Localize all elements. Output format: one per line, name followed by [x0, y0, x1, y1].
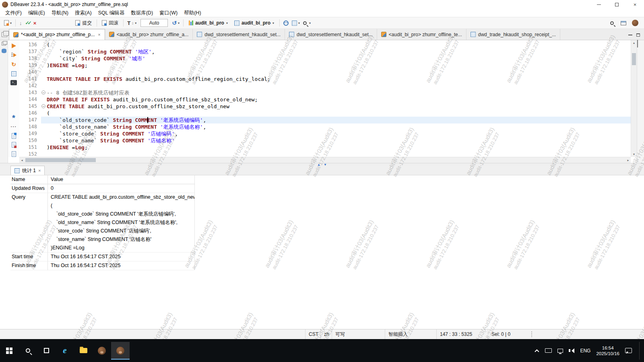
- dbeaver-taskbar-button[interactable]: [93, 342, 111, 360]
- fold-marker-icon[interactable]: −: [41, 90, 45, 95]
- taskbar-clock[interactable]: 16:54 2025/10/16: [596, 345, 619, 356]
- taskbar-search-button[interactable]: [19, 342, 37, 360]
- execute-statement-icon[interactable]: [10, 43, 17, 49]
- editor-line[interactable]: 146(: [19, 110, 631, 117]
- status-language[interactable]: zh: [320, 329, 332, 339]
- stats-header-cell[interactable]: Value: [48, 175, 195, 184]
- status-write-mode[interactable]: 可写: [332, 329, 385, 339]
- script-doc2-icon[interactable]: [10, 151, 17, 157]
- database-navigator-icon[interactable]: [2, 49, 6, 53]
- editor-line[interactable]: 152: [19, 151, 631, 157]
- new-sql-editor-button[interactable]: ▾: [2, 19, 13, 27]
- menu-item[interactable]: 导航(N): [49, 9, 71, 17]
- search-button[interactable]: [609, 20, 617, 26]
- panel-splitter[interactable]: ▲▼: [0, 163, 644, 166]
- schema-select[interactable]: audit_bi_pro▾: [231, 19, 277, 27]
- commit-button[interactable]: 提交: [72, 19, 95, 28]
- perspective-button[interactable]: [619, 20, 628, 27]
- result-grid-icon[interactable]: [10, 71, 17, 77]
- grid-presentation-button[interactable]: ▾: [290, 19, 301, 27]
- horizontal-scrollbar[interactable]: ◂ ▸: [19, 157, 631, 163]
- globe-button[interactable]: [282, 19, 290, 27]
- maximize-panel-icon[interactable]: [636, 33, 640, 37]
- settings-gear-icon[interactable]: *: [10, 115, 17, 121]
- more-options-icon[interactable]: ···: [10, 124, 17, 130]
- stats-header-cell[interactable]: Name: [10, 175, 48, 184]
- horizontal-scroll-thumb[interactable]: [25, 158, 96, 162]
- restore-editor-icon[interactable]: [2, 32, 7, 37]
- maximize-button[interactable]: [608, 0, 626, 9]
- scroll-left-icon[interactable]: ◂: [19, 157, 25, 163]
- dbeaver-button[interactable]: [630, 19, 640, 27]
- stats-row[interactable]: Finish timeThu Oct 16 16:54:17 CST 2025: [10, 261, 644, 270]
- editor-line[interactable]: 137 `region` String COMMENT '地区',: [19, 48, 631, 55]
- status-caret-position[interactable]: 147 : 33 : 5325: [436, 329, 488, 339]
- editor-tab[interactable]: <audit_bi_pro> zhumr_offline_a...: [105, 29, 193, 40]
- restore-panel-icon[interactable]: [2, 42, 6, 45]
- editor-line[interactable]: 147 `old_store_code` String COMMENT '老系统…: [19, 117, 631, 123]
- ie-button[interactable]: e: [56, 342, 74, 360]
- status-timezone[interactable]: CST: [305, 329, 320, 339]
- editor-line[interactable]: 141TRUNCATE TABLE IF EXISTS audit_bi_pro…: [19, 76, 631, 82]
- editor-line[interactable]: 143−-- 8 创建SBZ新老系统店铺对应表: [19, 89, 631, 96]
- commit-icon[interactable]: ✓✓: [24, 19, 32, 27]
- explain-plan-icon[interactable]: ↻: [10, 61, 17, 68]
- vertical-scroll-thumb[interactable]: [632, 53, 636, 65]
- tray-expand-icon[interactable]: [535, 349, 539, 354]
- stats-tab[interactable]: 统计 1 ×: [10, 166, 45, 175]
- minimize-panel-icon[interactable]: [628, 35, 632, 35]
- quick-search-button[interactable]: ▾: [301, 20, 312, 26]
- stats-row[interactable]: QueryCREATE TABLE audit_bi_pro.custom_of…: [10, 193, 644, 253]
- minimize-button[interactable]: [590, 0, 608, 9]
- close-button[interactable]: ×: [626, 0, 644, 9]
- editor-line[interactable]: 142: [19, 82, 631, 89]
- terminal-icon[interactable]: >_: [10, 80, 17, 86]
- editor-line[interactable]: 151)ENGINE =Log;: [19, 144, 631, 151]
- stats-row[interactable]: Updated Rows0: [10, 184, 644, 193]
- execute-script-icon[interactable]: [10, 52, 17, 58]
- task-view-button[interactable]: [37, 342, 56, 360]
- fold-marker-icon[interactable]: −: [41, 104, 45, 108]
- commit-mode-select[interactable]: Auto: [140, 19, 168, 27]
- menu-item[interactable]: 文件(F): [2, 9, 25, 17]
- menu-item[interactable]: 帮助(H): [181, 9, 204, 17]
- vertical-scrollbar[interactable]: ▴ ▾: [631, 40, 637, 157]
- editor-line[interactable]: 138 `city` String COMMENT '城市': [19, 55, 631, 62]
- fetch-page-icon[interactable]: ↓: [18, 19, 24, 27]
- notification-center-icon[interactable]: [625, 348, 632, 353]
- database-select[interactable]: audit_bi_pro▾: [186, 19, 231, 27]
- menu-item[interactable]: 数据库(D): [128, 9, 156, 17]
- editor-tab[interactable]: *<audit_bi_pro> zhumr_offline_p...×: [9, 29, 105, 40]
- editor-tab[interactable]: dwd_trade_hkaudit_shop_receipt_...: [466, 29, 560, 40]
- auto-refresh-button[interactable]: ↺▾: [170, 19, 181, 27]
- editor-line[interactable]: 140: [19, 69, 631, 76]
- editor-line[interactable]: 136(: [19, 41, 631, 48]
- volume-icon[interactable]: [569, 348, 574, 353]
- input-language-button[interactable]: ENG: [580, 348, 590, 354]
- resize-grip[interactable]: [531, 331, 535, 337]
- status-insert-mode[interactable]: 智能插入: [385, 329, 436, 339]
- scroll-up-icon[interactable]: ▴: [631, 40, 637, 45]
- restore-view-icon[interactable]: [637, 40, 638, 47]
- font-size-button[interactable]: T↕▾: [126, 19, 138, 27]
- show-desktop-button[interactable]: [639, 342, 642, 360]
- close-icon[interactable]: ×: [38, 168, 41, 173]
- editor-line[interactable]: 148 `old_store_name` String COMMENT '老系统…: [19, 123, 631, 130]
- editor-line[interactable]: 144DROP TABLE IF EXISTS audit_bi_pro.cus…: [19, 96, 631, 103]
- rollback-button[interactable]: 回滚: [99, 19, 121, 28]
- editor-tab[interactable]: dwd_storesettlement_hkaudit_set...: [285, 29, 377, 40]
- start-button[interactable]: [0, 342, 19, 360]
- scroll-down-icon[interactable]: ▾: [631, 152, 637, 157]
- menu-item[interactable]: SQL 编辑器: [95, 9, 128, 17]
- editor-tab[interactable]: dwd_storesettlement_hkaudit_set...: [193, 29, 285, 40]
- editor-line[interactable]: 139)ENGINE =Log;: [19, 62, 631, 69]
- editor-lines[interactable]: 136(137 `region` String COMMENT '地区',138…: [19, 40, 631, 157]
- editor-line[interactable]: 149 `store_code` String COMMENT '店铺编码',: [19, 130, 631, 137]
- menu-item[interactable]: 窗口(W): [157, 9, 180, 17]
- editor-tab[interactable]: <audit_bi_pro> zhumr_offline_te...: [377, 29, 466, 40]
- editor-line[interactable]: 150 `store_name` String COMMENT '店铺名称': [19, 137, 631, 144]
- scroll-right-icon[interactable]: ▸: [625, 157, 631, 163]
- touch-keyboard-icon[interactable]: [545, 348, 552, 353]
- script-doc-icon[interactable]: [10, 133, 17, 139]
- menu-item[interactable]: 编辑(E): [25, 9, 48, 17]
